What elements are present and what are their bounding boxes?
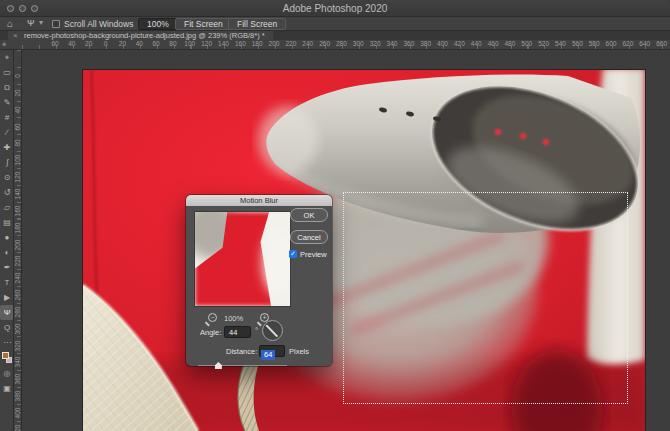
- vertical-ruler-label: 180: [14, 222, 21, 233]
- hand-tool-icon[interactable]: Ψ: [27, 18, 35, 28]
- angle-label: Angle:: [200, 328, 221, 337]
- preview-zoom-level: 100%: [224, 314, 243, 323]
- gradient-tool[interactable]: ▤: [0, 215, 14, 230]
- horizontal-ruler-label: 640: [639, 40, 650, 47]
- scroll-all-windows-label: Scroll All Windows: [64, 19, 133, 29]
- zoom-out-icon[interactable]: −: [208, 313, 217, 322]
- move-tool[interactable]: ⌖: [0, 50, 14, 65]
- move-icon: ⌖: [0, 50, 14, 65]
- angle-unit: °: [255, 326, 258, 335]
- marquee-icon: ▭: [0, 65, 14, 80]
- healing-brush-tool[interactable]: ✚: [0, 140, 14, 155]
- vertical-ruler-label: 420: [14, 424, 21, 431]
- cancel-button[interactable]: Cancel: [290, 230, 328, 244]
- more-options-tool[interactable]: ⋯: [0, 335, 14, 350]
- hand-tool[interactable]: Ψ: [0, 305, 14, 320]
- selection-marquee[interactable]: [343, 192, 628, 404]
- distance-input[interactable]: 64: [259, 345, 285, 357]
- horizontal-ruler-label: 660: [656, 40, 667, 47]
- ok-button[interactable]: OK: [290, 208, 328, 222]
- quick-selection-tool[interactable]: ✎: [0, 95, 14, 110]
- vertical-ruler-label: 400: [14, 408, 21, 419]
- quick-selection-icon: ✎: [0, 95, 14, 110]
- pen-tool[interactable]: ✒: [0, 260, 14, 275]
- dodge-tool[interactable]: ◐: [0, 245, 14, 260]
- horizontal-ruler-label: 400: [437, 40, 448, 47]
- horizontal-ruler-label: 180: [252, 40, 263, 47]
- lasso-tool[interactable]: Ω: [0, 80, 14, 95]
- history-brush-tool[interactable]: ↺: [0, 185, 14, 200]
- zoom-icon: Q: [0, 320, 14, 335]
- brush-tool[interactable]: ∫: [0, 155, 14, 170]
- color-swatches-tool[interactable]: [0, 350, 14, 366]
- blur-preview-thumbnail[interactable]: [194, 211, 291, 307]
- horizontal-ruler-label: 440: [471, 40, 482, 47]
- chevron-down-icon[interactable]: ▾: [39, 18, 43, 27]
- screen-mode-icon: ▣: [0, 381, 14, 396]
- vertical-ruler-label: 280: [14, 306, 21, 317]
- quick-mask-tool[interactable]: ◎: [0, 366, 14, 381]
- horizontal-ruler-label: 40: [136, 40, 143, 47]
- vertical-ruler-label: 80: [14, 140, 21, 147]
- vertical-ruler-label: 0: [14, 74, 21, 78]
- blur-tool[interactable]: ●: [0, 230, 14, 245]
- distance-unit: Pixels: [289, 347, 309, 356]
- vertical-ruler-label: 40: [14, 106, 21, 113]
- horizontal-ruler-label: 200: [269, 40, 280, 47]
- dialog-title[interactable]: Motion Blur: [186, 195, 332, 206]
- zoom-100-button[interactable]: 100%: [138, 18, 178, 30]
- type-tool[interactable]: T: [0, 275, 14, 290]
- horizontal-ruler-label: 420: [454, 40, 465, 47]
- eraser-tool[interactable]: ▱: [0, 200, 14, 215]
- marquee-tool[interactable]: ▭: [0, 65, 14, 80]
- lasso-icon: Ω: [0, 80, 14, 95]
- eyedropper-icon: ∕: [0, 125, 14, 140]
- horizontal-ruler-label: 540: [555, 40, 566, 47]
- document-tab[interactable]: × remove-photoshop-background-picture-ad…: [8, 31, 273, 40]
- crop-icon: #: [0, 110, 14, 125]
- crop-tool[interactable]: #: [0, 110, 14, 125]
- dodge-icon: ◐: [0, 245, 14, 260]
- clone-stamp-tool[interactable]: ⊙: [0, 170, 14, 185]
- angle-input[interactable]: 44: [224, 326, 251, 338]
- distance-value: 64: [261, 350, 275, 360]
- preview-checkbox[interactable]: ✓: [289, 250, 297, 258]
- brush-icon: ∫: [0, 155, 14, 170]
- distance-slider[interactable]: [198, 362, 287, 369]
- horizontal-ruler-label: 600: [606, 40, 617, 47]
- angle-dial[interactable]: [262, 320, 283, 341]
- horizontal-ruler-label: 340: [387, 40, 398, 47]
- horizontal-ruler-label: 560: [572, 40, 583, 47]
- horizontal-ruler-label: 380: [420, 40, 431, 47]
- zoom-tool[interactable]: Q: [0, 320, 14, 335]
- eraser-icon: ▱: [0, 200, 14, 215]
- distance-label: Distance:: [226, 347, 257, 356]
- horizontal-ruler-label: 0: [104, 40, 108, 47]
- fill-screen-button[interactable]: Fill Screen: [228, 18, 286, 30]
- horizontal-ruler-label: 220: [285, 40, 296, 47]
- horizontal-ruler-label: 20: [119, 40, 126, 47]
- horizontal-ruler-label: 20: [85, 40, 92, 47]
- ruler-origin-icon: ⌖: [0, 40, 22, 50]
- path-selection-tool[interactable]: ▶: [0, 290, 14, 305]
- close-tab-icon[interactable]: ×: [13, 31, 18, 40]
- fit-screen-button[interactable]: Fit Screen: [175, 18, 232, 30]
- horizontal-ruler-label: 160: [235, 40, 246, 47]
- eyedropper-tool[interactable]: ∕: [0, 125, 14, 140]
- horizontal-ruler-label: 460: [488, 40, 499, 47]
- gradient-icon: ▤: [0, 215, 14, 230]
- horizontal-ruler-label: 60: [51, 40, 58, 47]
- foreground-color-swatch[interactable]: [2, 352, 9, 359]
- angle-dial-needle: [266, 324, 278, 337]
- horizontal-ruler-label: 520: [538, 40, 549, 47]
- scroll-all-windows-checkbox[interactable]: [52, 20, 60, 28]
- pen-icon: ✒: [0, 260, 14, 275]
- motion-blur-dialog: Motion Blur OK Cancel ✓ Preview − 100% +…: [186, 195, 332, 366]
- vertical-ruler-label: 200: [14, 239, 21, 250]
- vertical-ruler-label: 340: [14, 357, 21, 368]
- clone-stamp-icon: ⊙: [0, 170, 14, 185]
- canvas-area[interactable]: Motion Blur OK Cancel ✓ Preview − 100% +…: [22, 50, 670, 431]
- screen-mode-tool[interactable]: ▣: [0, 381, 14, 396]
- distance-slider-thumb[interactable]: [215, 362, 222, 369]
- home-icon[interactable]: ⌂: [7, 18, 13, 29]
